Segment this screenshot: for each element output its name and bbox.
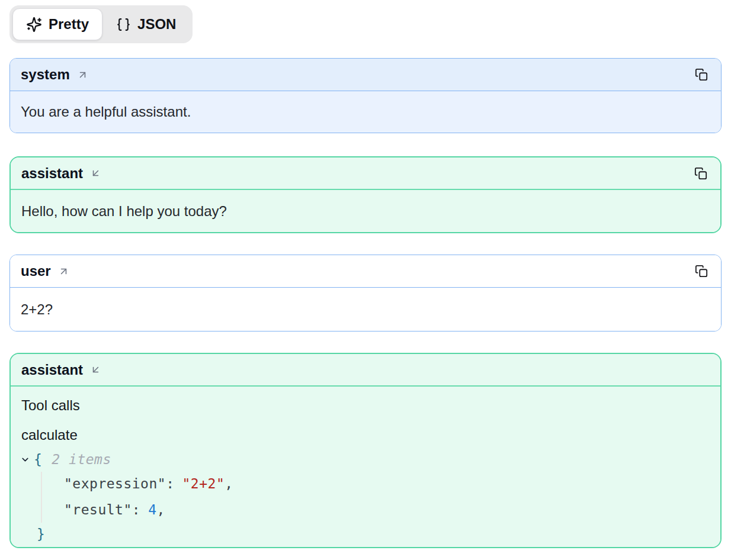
- tool-calls-section: Tool calls calculate { 2 items "expressi…: [11, 387, 720, 548]
- view-toggle: Pretty JSON: [9, 5, 193, 43]
- message-content: 2+2?: [10, 288, 721, 331]
- message-card-assistant-tool: assistant Tool calls calculate { 2 items: [9, 353, 722, 548]
- arrow-up-right-icon: [58, 266, 69, 277]
- copy-icon: [695, 265, 708, 278]
- arrow-down-left-icon: [90, 168, 101, 179]
- tab-pretty-label: Pretty: [49, 16, 89, 33]
- chevron-down-icon[interactable]: [20, 455, 30, 465]
- arrow-down-left-icon: [90, 364, 101, 375]
- tab-json[interactable]: JSON: [102, 8, 190, 40]
- copy-button[interactable]: [694, 263, 709, 279]
- message-content: Hello, how can I help you today?: [11, 190, 720, 232]
- json-items-count: 2 items: [52, 450, 111, 469]
- role-label: assistant: [21, 165, 83, 182]
- tree-guide-line: [41, 472, 42, 523]
- tool-name: calculate: [21, 426, 710, 445]
- role-label: user: [21, 263, 51, 279]
- role-label: assistant: [21, 362, 83, 378]
- json-key: "result":: [64, 500, 140, 519]
- copy-icon: [694, 167, 707, 180]
- json-comma: ,: [225, 474, 233, 493]
- sparkles-icon: [26, 17, 42, 33]
- message-card-assistant: assistant Hello, how can I help you toda…: [9, 156, 722, 233]
- arrow-up-right-icon: [77, 69, 88, 81]
- copy-button[interactable]: [693, 166, 708, 181]
- message-card-user: user 2+2?: [9, 255, 722, 332]
- tab-json-label: JSON: [137, 16, 176, 33]
- copy-button[interactable]: [694, 67, 709, 82]
- json-entry-row: "result": 4 ,: [20, 497, 710, 523]
- copy-icon: [695, 68, 708, 81]
- json-key: "expression":: [64, 474, 175, 493]
- json-tree-close-row: }: [20, 523, 710, 545]
- role-label: system: [21, 66, 70, 83]
- message-header: user: [10, 255, 721, 288]
- json-value: 4: [148, 500, 156, 519]
- json-close-brace: }: [37, 524, 45, 543]
- json-tree: { 2 items "expression": "2+2" , "result"…: [20, 448, 710, 545]
- message-header: assistant: [11, 354, 720, 387]
- braces-icon: [116, 17, 131, 32]
- json-open-brace: {: [34, 450, 42, 469]
- json-entry-row: "expression": "2+2" ,: [20, 471, 710, 497]
- json-tree-root-row: { 2 items: [20, 448, 710, 471]
- tool-calls-label: Tool calls: [21, 396, 710, 415]
- message-card-system: system You are a helpful assistant.: [9, 58, 722, 133]
- message-content: You are a helpful assistant.: [10, 91, 721, 133]
- tab-pretty[interactable]: Pretty: [12, 8, 102, 40]
- json-value: "2+2": [182, 474, 225, 493]
- message-header: assistant: [11, 157, 720, 190]
- message-header: system: [10, 59, 721, 91]
- json-comma: ,: [156, 500, 165, 519]
